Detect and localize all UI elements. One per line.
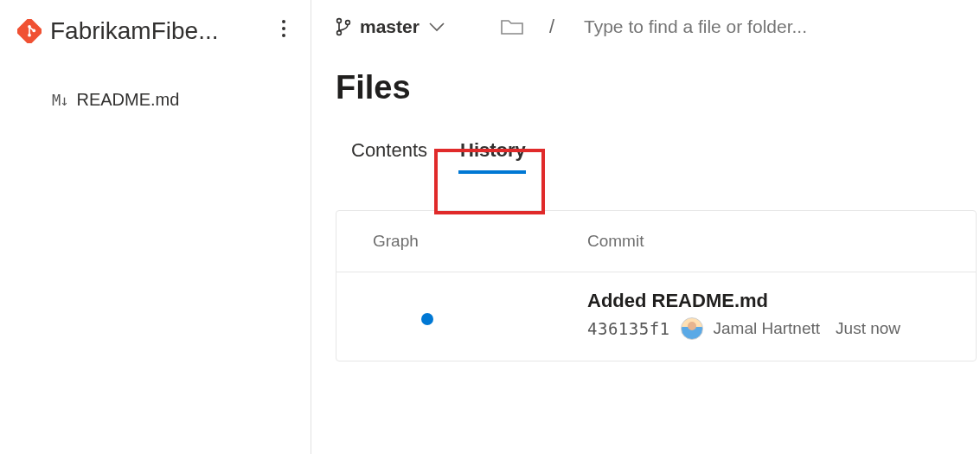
history-table: Graph Commit Added README.md 436135f1 Ja… bbox=[336, 210, 977, 361]
commit-dot-icon bbox=[421, 313, 433, 325]
main: master / Files Contents History Graph Co… bbox=[311, 0, 980, 454]
svg-point-7 bbox=[337, 19, 342, 23]
tab-contents[interactable]: Contents bbox=[336, 131, 445, 172]
git-icon bbox=[17, 19, 42, 43]
chevron-down-icon bbox=[428, 22, 445, 32]
branch-picker[interactable]: master bbox=[336, 16, 445, 37]
table-header: Graph Commit bbox=[336, 211, 976, 272]
file-finder-input[interactable] bbox=[584, 16, 895, 37]
avatar[interactable] bbox=[681, 317, 703, 340]
col-header-graph: Graph bbox=[336, 232, 587, 251]
sidebar: FabrikamFibe... M↓ README.md bbox=[0, 0, 311, 454]
folder-icon[interactable] bbox=[501, 18, 523, 35]
tree-item-label: README.md bbox=[76, 90, 179, 110]
commit-hash[interactable]: 436135f1 bbox=[587, 319, 670, 338]
file-tree: M↓ README.md bbox=[0, 66, 311, 110]
tabs: Contents History bbox=[336, 131, 980, 172]
svg-point-8 bbox=[337, 31, 342, 35]
more-button[interactable] bbox=[274, 16, 293, 47]
graph-cell bbox=[336, 304, 587, 325]
commit-title[interactable]: Added README.md bbox=[587, 290, 976, 317]
commit-meta: 436135f1 Jamal Hartnett Just now bbox=[587, 317, 976, 340]
repo-name[interactable]: FabrikamFibe... bbox=[50, 17, 274, 45]
commit-author[interactable]: Jamal Hartnett bbox=[714, 319, 821, 338]
more-vertical-icon bbox=[281, 19, 286, 38]
commit-cell: Added README.md 436135f1 Jamal Hartnett … bbox=[587, 290, 976, 340]
svg-point-4 bbox=[282, 20, 285, 23]
svg-point-9 bbox=[346, 21, 350, 25]
svg-point-5 bbox=[282, 27, 285, 30]
branch-icon bbox=[336, 17, 351, 36]
tab-history[interactable]: History bbox=[445, 131, 543, 172]
commit-when: Just now bbox=[836, 319, 900, 338]
svg-point-6 bbox=[282, 34, 285, 37]
page-title: Files bbox=[336, 69, 980, 131]
toolbar: master / bbox=[336, 16, 980, 69]
table-row[interactable]: Added README.md 436135f1 Jamal Hartnett … bbox=[336, 272, 976, 361]
repo-header: FabrikamFibe... bbox=[0, 16, 311, 66]
tree-item-readme[interactable]: M↓ README.md bbox=[52, 90, 311, 110]
col-header-commit: Commit bbox=[587, 232, 976, 251]
path-separator: / bbox=[549, 16, 554, 38]
branch-label: master bbox=[360, 16, 420, 37]
markdown-icon: M↓ bbox=[52, 92, 67, 109]
